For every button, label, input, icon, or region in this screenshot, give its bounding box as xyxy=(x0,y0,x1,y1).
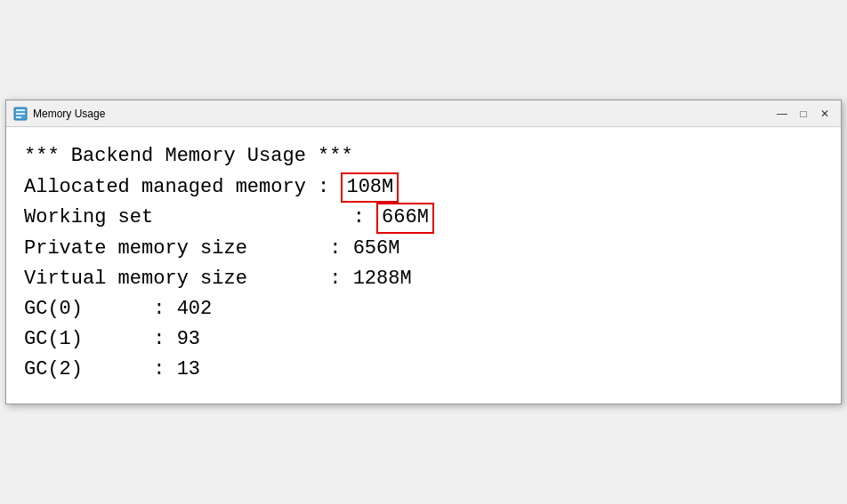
value-working-set: 666M xyxy=(376,203,434,234)
content-area: *** Backend Memory Usage *** Allocated m… xyxy=(6,127,841,403)
row-gc1: GC(1) : 93 xyxy=(24,324,823,355)
row-allocated: Allocated managed memory : 108M xyxy=(24,172,823,204)
close-button[interactable]: ✕ xyxy=(816,105,834,123)
svg-rect-1 xyxy=(16,109,25,111)
label-private-memory: Private memory size xyxy=(24,234,318,264)
title-bar-controls: — □ ✕ xyxy=(773,105,834,123)
row-working-set: Working set : 666M xyxy=(24,203,823,234)
svg-rect-2 xyxy=(16,113,25,115)
row-private-memory: Private memory size : 656M xyxy=(24,234,823,264)
maximize-button[interactable]: □ xyxy=(795,105,812,123)
sep-allocated: : xyxy=(306,172,342,203)
row-virtual-memory: Virtual memory size : 1288M xyxy=(24,264,823,294)
heading-row: *** Backend Memory Usage *** xyxy=(24,141,823,172)
svg-rect-3 xyxy=(16,116,21,118)
value-allocated: 108M xyxy=(341,172,399,204)
sep-working-set: : xyxy=(341,203,376,233)
label-virtual-memory: Virtual memory size xyxy=(24,264,318,294)
title-bar-left: Memory Usage xyxy=(13,107,105,121)
memory-usage-window: Memory Usage — □ ✕ *** Backend Memory Us… xyxy=(5,100,842,404)
heading-text: *** Backend Memory Usage *** xyxy=(24,141,353,172)
gc1-text: GC(1) : 93 xyxy=(24,324,200,355)
title-bar: Memory Usage — □ ✕ xyxy=(6,100,841,127)
row-gc2: GC(2) : 13 xyxy=(24,355,823,385)
sep-private-memory: : xyxy=(318,234,353,264)
value-private-memory: 656M xyxy=(353,234,400,264)
sep-virtual-memory: : xyxy=(318,264,353,294)
window-icon xyxy=(13,107,28,121)
label-allocated: Allocated managed memory xyxy=(24,172,306,203)
minimize-button[interactable]: — xyxy=(773,105,791,123)
row-gc0: GC(0) : 402 xyxy=(24,294,823,324)
gc2-text: GC(2) : 13 xyxy=(24,355,200,385)
window-title: Memory Usage xyxy=(33,108,105,120)
value-virtual-memory: 1288M xyxy=(353,264,412,294)
label-working-set: Working set xyxy=(24,203,341,233)
gc0-text: GC(0) : 402 xyxy=(24,294,212,324)
